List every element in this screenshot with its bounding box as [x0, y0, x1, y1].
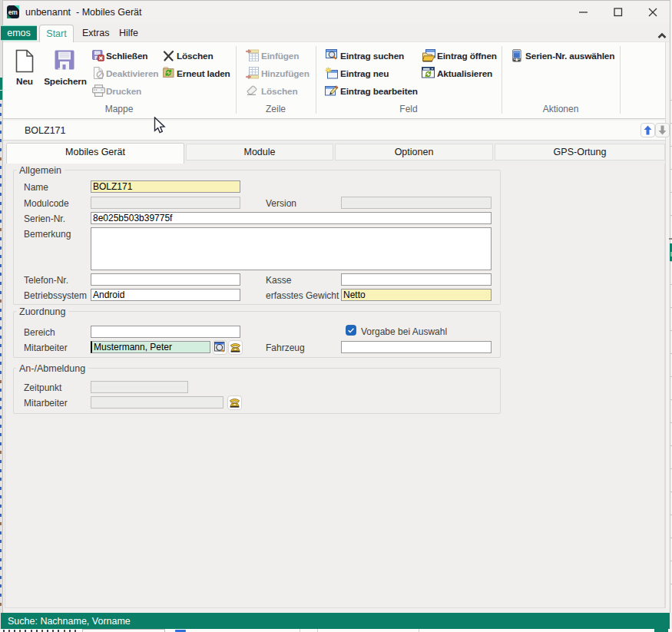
svg-text:em: em: [8, 8, 18, 16]
